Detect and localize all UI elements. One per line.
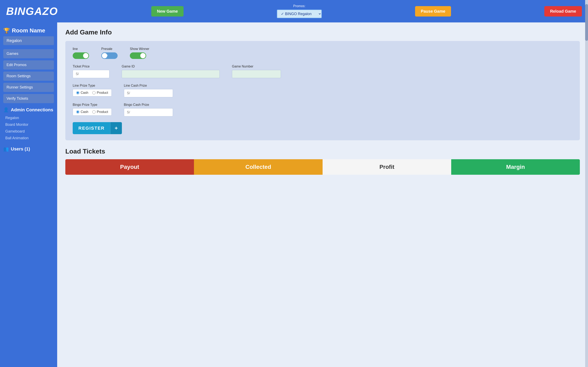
line-prize-product-label: Product [97,91,108,95]
sidebar-link-ball-animation[interactable]: Ball Animation [3,135,54,142]
bingo-cash-prize-label: Bingo Cash Prize [124,103,173,107]
scrollbar-thumb[interactable] [585,4,588,41]
load-tickets-title: Load Tickets [65,148,580,155]
show-winner-toggle-container: Show Winner ON [130,47,149,59]
users-title: 👥 Users (1) [3,146,54,152]
main-content: Add Game Info line ON Presale OFF [57,22,588,367]
reload-game-button[interactable]: Reload Game [544,6,582,17]
admin-icon: 👤 [3,107,9,113]
show-winner-toggle[interactable]: ON [130,52,146,59]
game-id-input[interactable]: fef4c75e-328b-7ee-1602-d79e0e27e616 [122,70,220,78]
bingo-prize-product-radio[interactable] [92,110,95,114]
game-number-label: Game Number [232,65,281,68]
bingo-prize-cash-radio[interactable] [76,110,79,114]
line-prize-cash-label: Cash [81,91,88,95]
bingo-prize-type-label: Bingo Prize Type [73,103,112,107]
stats-bar: Payout Collected Profit Margin [65,159,580,175]
admin-connections-title: 👤 Admin Connections [3,107,54,113]
bingo-prize-type-field: Bingo Prize Type Cash Product [73,103,112,116]
sidebar-link-gameboard[interactable]: Gameboard [3,128,54,135]
line-label: line [73,47,89,51]
header: BINGAZO New Game Promos: ✓ BINGO Regalon… [0,0,588,22]
line-prize-product-radio[interactable] [92,91,95,94]
line-prize-type-field: Line Prize Type Cash Product [73,84,112,96]
line-cash-prize-field: Line Cash Prize [124,84,173,97]
sidebar-link-board-monitor[interactable]: Board Monitor [3,121,54,128]
line-toggle[interactable]: ON [73,52,89,59]
presale-toggle[interactable]: OFF [101,52,118,59]
admin-connections-label: Admin Connections [11,107,53,113]
game-number-input[interactable]: 1724982990418 [232,70,281,78]
trophy-icon: 🏆 [3,27,10,34]
game-id-label: Game ID [122,65,220,68]
sidebar-verify-tickets-button[interactable]: Verify Tickets [3,94,54,103]
show-winner-label: Show Winner [130,47,149,51]
presale-label: Presale [101,47,118,51]
register-button-text: REGISTER [73,123,110,134]
promos-select[interactable]: ✓ BINGO Regalon [277,9,322,18]
promos-section: Promos: ✓ BINGO Regalon [277,4,322,18]
room-section: 🏆 Room Name Regalon [3,27,54,45]
line-prize-row: Line Prize Type Cash Product Line Cash P [73,84,572,97]
bingo-prize-row: Bingo Prize Type Cash Product Bingo Cash [73,103,572,117]
sidebar-games-button[interactable]: Games [3,49,54,58]
line-cash-prize-label: Line Cash Prize [124,84,173,87]
bingo-cash-prize-input[interactable] [124,108,173,117]
stat-collected: Collected [194,159,323,175]
line-prize-cash-option[interactable]: Cash [76,91,88,95]
line-cash-prize-input[interactable] [124,89,173,97]
new-game-button[interactable]: New Game [151,6,183,17]
sidebar-link-regalon[interactable]: Regalon [3,115,54,121]
line-prize-cash-radio[interactable] [76,91,79,94]
stat-profit: Profit [323,159,451,175]
add-game-title: Add Game Info [65,29,580,36]
users-icon: 👥 [3,146,9,152]
bingo-prize-type-radio-group: Cash Product [73,108,112,116]
ticket-price-field: Ticket Price [73,65,109,78]
main-layout: 🏆 Room Name Regalon Games Edit Promos Ro… [0,22,588,367]
line-prize-type-radio-group: Cash Product [73,89,112,96]
sidebar-runner-settings-button[interactable]: Runner Settings [3,83,54,92]
line-toggle-container: line ON [73,47,89,59]
line-prize-product-option[interactable]: Product [92,91,108,95]
presale-toggle-container: Presale OFF [101,47,118,59]
stat-payout: Payout [65,159,194,175]
room-title-text: Room Name [12,27,45,34]
promos-label: Promos: [293,4,305,8]
game-number-field: Game Number 1724982990418 [232,65,281,78]
bingo-prize-product-option[interactable]: Product [92,110,108,114]
pause-game-button[interactable]: Pause Game [415,6,451,17]
add-game-form-card: line ON Presale OFF Show Winner [65,41,580,140]
ticket-row: Ticket Price Game ID fef4c75e-328b-7ee-1… [73,65,572,78]
room-title: 🏆 Room Name [3,27,54,34]
stat-margin: Margin [451,159,580,175]
logo: BINGAZO [6,5,58,17]
register-plus-icon: + [110,122,122,134]
bingo-prize-cash-label: Cash [81,110,88,114]
users-label: Users (1) [11,146,30,152]
sidebar: 🏆 Room Name Regalon Games Edit Promos Ro… [0,22,57,367]
line-toggle-text: ON [84,54,88,57]
bingo-prize-cash-option[interactable]: Cash [76,110,88,114]
sidebar-room-settings-button[interactable]: Room Settings [3,72,54,81]
register-button[interactable]: REGISTER + [73,122,122,134]
show-winner-toggle-text: ON [141,54,145,57]
line-prize-type-label: Line Prize Type [73,84,112,87]
ticket-price-label: Ticket Price [73,65,109,68]
ticket-price-input[interactable] [73,70,109,78]
bingo-cash-prize-field: Bingo Cash Prize [124,103,173,117]
sidebar-edit-promos-button[interactable]: Edit Promos [3,60,54,69]
game-id-field: Game ID fef4c75e-328b-7ee-1602-d79e0e27e… [122,65,220,78]
room-name: Regalon [3,36,54,45]
bingo-prize-product-label: Product [97,110,108,114]
scrollbar-track[interactable] [585,0,588,367]
presale-toggle-text: OFF [103,54,108,57]
toggles-row: line ON Presale OFF Show Winner [73,47,572,59]
